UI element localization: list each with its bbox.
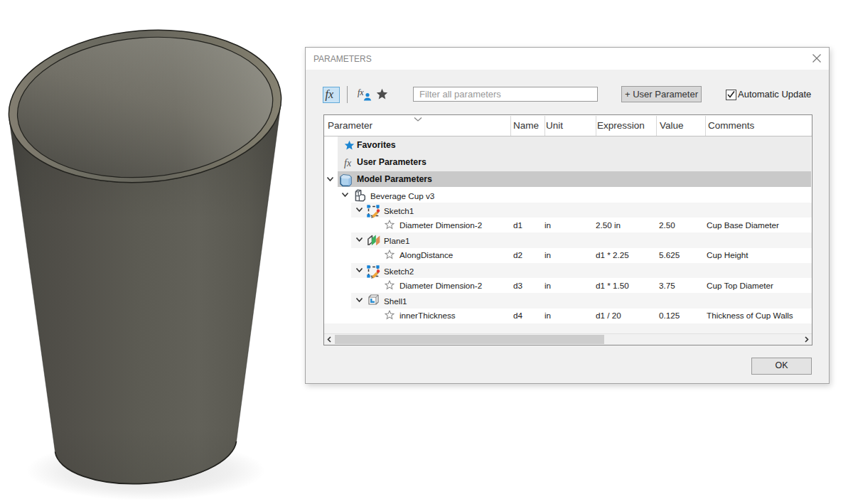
svg-text:fx: fx xyxy=(358,87,364,97)
svg-text:fx: fx xyxy=(326,88,334,101)
svg-text:fx: fx xyxy=(344,158,352,168)
